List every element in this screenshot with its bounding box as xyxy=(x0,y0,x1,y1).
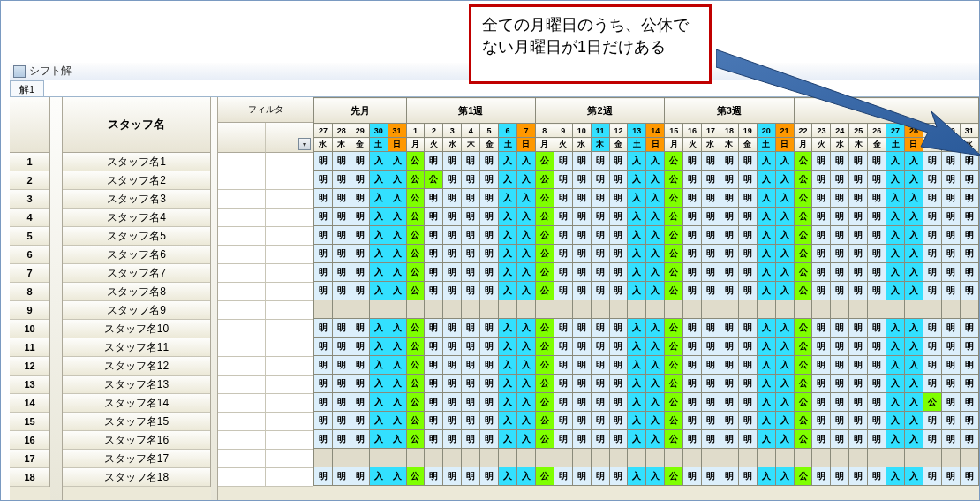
shift-cell[interactable]: 入 xyxy=(516,171,535,189)
filter-cell[interactable] xyxy=(266,209,313,226)
shift-cell[interactable]: 明 xyxy=(554,430,572,449)
shift-cell[interactable]: 公 xyxy=(665,375,683,393)
shift-cell[interactable]: 公 xyxy=(535,375,554,393)
shift-cell[interactable]: 明 xyxy=(462,338,480,356)
shift-cell[interactable]: 明 xyxy=(332,282,351,300)
shift-cell[interactable]: 明 xyxy=(683,356,702,375)
shift-cell[interactable] xyxy=(812,300,831,319)
shift-cell[interactable]: 明 xyxy=(425,189,443,208)
shift-cell[interactable]: 明 xyxy=(572,208,591,226)
shift-cell[interactable]: 入 xyxy=(628,319,646,338)
shift-cell[interactable]: 入 xyxy=(646,393,665,412)
shift-cell[interactable]: 明 xyxy=(868,189,886,208)
shift-cell[interactable]: 明 xyxy=(923,430,941,449)
shift-cell[interactable]: 明 xyxy=(425,208,443,226)
filter-cell[interactable] xyxy=(218,227,266,245)
shift-cell[interactable]: 入 xyxy=(628,263,646,282)
shift-cell[interactable]: 公 xyxy=(406,226,425,245)
shift-cell[interactable]: 入 xyxy=(388,245,406,263)
shift-cell[interactable]: 入 xyxy=(905,208,923,226)
shift-cell[interactable]: 公 xyxy=(535,189,554,208)
shift-cell[interactable]: 明 xyxy=(425,319,443,338)
shift-cell[interactable]: 明 xyxy=(831,430,849,449)
shift-cell[interactable]: 入 xyxy=(516,208,535,226)
shift-cell[interactable]: 公 xyxy=(535,152,554,171)
shift-cell[interactable]: 明 xyxy=(572,189,591,208)
shift-cell[interactable]: 公 xyxy=(535,393,554,412)
filter-cell[interactable] xyxy=(218,468,266,486)
shift-cell[interactable]: 明 xyxy=(683,245,702,263)
shift-cell[interactable]: 明 xyxy=(960,189,978,208)
shift-cell[interactable]: 明 xyxy=(683,208,702,226)
shift-cell[interactable]: 明 xyxy=(332,375,351,393)
shift-cell[interactable]: 明 xyxy=(702,171,720,189)
shift-cell[interactable]: 公 xyxy=(794,245,812,263)
shift-cell[interactable]: 明 xyxy=(480,356,499,375)
shift-cell[interactable]: 明 xyxy=(831,467,849,486)
shift-cell[interactable]: 入 xyxy=(499,208,517,226)
shift-cell[interactable]: 入 xyxy=(775,412,794,430)
shift-cell[interactable]: 入 xyxy=(775,319,794,338)
staff-name-cell[interactable]: スタッフ名10 xyxy=(63,320,210,338)
shift-cell[interactable]: 明 xyxy=(332,245,351,263)
shift-cell[interactable]: 明 xyxy=(591,226,609,245)
shift-cell[interactable]: 入 xyxy=(905,338,923,356)
shift-cell[interactable] xyxy=(628,449,646,467)
shift-cell[interactable] xyxy=(794,300,812,319)
shift-cell[interactable]: 公 xyxy=(406,282,425,300)
shift-cell[interactable] xyxy=(516,300,535,319)
shift-cell[interactable]: 入 xyxy=(369,245,388,263)
filter-cell[interactable] xyxy=(218,450,266,467)
shift-cell[interactable]: 明 xyxy=(609,226,628,245)
shift-cell[interactable]: 明 xyxy=(849,245,868,263)
filter-cell[interactable] xyxy=(266,190,313,208)
shift-cell[interactable]: 公 xyxy=(406,319,425,338)
shift-cell[interactable]: 入 xyxy=(516,356,535,375)
shift-cell[interactable]: 明 xyxy=(702,208,720,226)
shift-cell[interactable]: 公 xyxy=(535,356,554,375)
shift-cell[interactable]: 明 xyxy=(462,226,480,245)
shift-cell[interactable] xyxy=(720,449,738,467)
filter-cell[interactable] xyxy=(266,246,313,263)
shift-cell[interactable]: 明 xyxy=(572,393,591,412)
shift-cell[interactable]: 入 xyxy=(905,245,923,263)
shift-cell[interactable]: 明 xyxy=(941,263,960,282)
filter-cell[interactable] xyxy=(266,227,313,245)
shift-cell[interactable]: 明 xyxy=(332,152,351,171)
shift-cell[interactable]: 明 xyxy=(554,282,572,300)
shift-cell[interactable]: 明 xyxy=(591,412,609,430)
shift-cell[interactable]: 公 xyxy=(665,263,683,282)
staff-name-cell[interactable]: スタッフ名3 xyxy=(63,190,210,209)
shift-cell[interactable] xyxy=(923,449,941,467)
shift-cell[interactable]: 明 xyxy=(960,430,978,449)
shift-cell[interactable]: 明 xyxy=(738,263,757,282)
shift-cell[interactable]: 明 xyxy=(351,245,369,263)
shift-cell[interactable]: 明 xyxy=(554,467,572,486)
shift-cell[interactable] xyxy=(941,300,960,319)
shift-cell[interactable]: 入 xyxy=(646,282,665,300)
shift-cell[interactable]: 明 xyxy=(480,208,499,226)
shift-cell[interactable]: 明 xyxy=(609,319,628,338)
shift-cell[interactable]: 明 xyxy=(923,189,941,208)
shift-cell[interactable]: 明 xyxy=(941,412,960,430)
shift-cell[interactable]: 公 xyxy=(665,208,683,226)
shift-cell[interactable]: 明 xyxy=(332,208,351,226)
shift-cell[interactable]: 明 xyxy=(923,375,941,393)
shift-cell[interactable]: 入 xyxy=(628,356,646,375)
shift-cell[interactable] xyxy=(683,300,702,319)
shift-cell[interactable]: 明 xyxy=(923,282,941,300)
staff-name-cell[interactable]: スタッフ名2 xyxy=(63,171,210,190)
shift-cell[interactable]: 明 xyxy=(314,245,333,263)
shift-cell[interactable]: 明 xyxy=(849,412,868,430)
shift-cell[interactable]: 入 xyxy=(516,282,535,300)
shift-cell[interactable]: 公 xyxy=(665,319,683,338)
filter-cell[interactable] xyxy=(218,190,266,208)
shift-cell[interactable]: 入 xyxy=(646,430,665,449)
shift-cell[interactable]: 明 xyxy=(738,226,757,245)
shift-cell[interactable]: 公 xyxy=(535,338,554,356)
shift-cell[interactable]: 明 xyxy=(572,263,591,282)
shift-cell[interactable] xyxy=(960,449,978,467)
shift-cell[interactable]: 明 xyxy=(960,245,978,263)
shift-cell[interactable] xyxy=(720,300,738,319)
shift-cell[interactable]: 公 xyxy=(425,171,443,189)
